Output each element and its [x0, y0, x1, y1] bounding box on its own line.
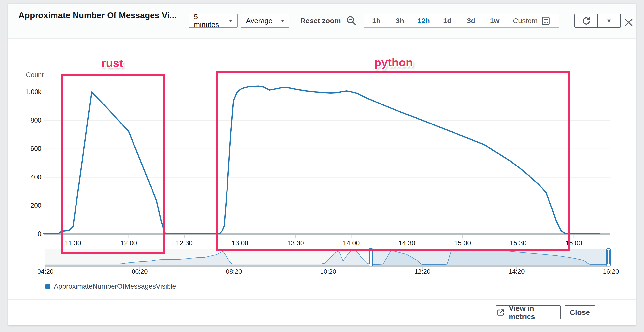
external-link-icon	[496, 308, 505, 317]
chevron-down-icon: ▼	[280, 18, 285, 24]
legend-color-swatch	[45, 284, 50, 289]
y-tick-label: 800	[5, 117, 42, 124]
calendar-icon	[542, 16, 550, 26]
legend-label: ApproximateNumberOfMessagesVisible	[54, 282, 176, 290]
chevron-down-icon: ▼	[606, 18, 612, 24]
chart-widget-top-border	[12, 46, 632, 46]
x-tick-label: 13:30	[278, 239, 313, 247]
navigator-tick-label: 14:20	[500, 268, 534, 275]
navigator-brush-right-handle[interactable]	[606, 248, 611, 266]
y-axis-title: Count	[26, 71, 44, 79]
x-tick-label: 14:00	[334, 239, 369, 247]
x-tick-label: 12:00	[112, 239, 146, 247]
view-in-metrics-button[interactable]: View in metrics	[496, 305, 560, 319]
refresh-options-button[interactable]: ▼	[597, 14, 620, 27]
time-range-button-3d[interactable]: 3d	[459, 14, 483, 28]
y-tick-label: 600	[5, 145, 42, 153]
x-tick-label: 13:00	[223, 239, 257, 247]
y-tick-label: 200	[5, 202, 42, 210]
y-tick-label: 1.00k	[5, 88, 42, 96]
brush-grip-icon	[607, 250, 610, 264]
refresh-split-button: ▼	[574, 14, 621, 28]
x-tick-label: 15:00	[445, 239, 480, 247]
period-select-value: 5 minutes	[194, 13, 224, 29]
refresh-icon	[581, 16, 591, 26]
time-range-custom-button[interactable]: Custom	[506, 14, 559, 28]
close-dialog-button[interactable]	[623, 17, 634, 28]
brush-grip-icon	[369, 250, 372, 264]
statistic-select-value: Average	[246, 17, 273, 25]
reset-zoom-button[interactable]: Reset zoom	[300, 14, 356, 28]
navigator-tick-label: 16:20	[594, 268, 628, 275]
navigator-tick-label: 08:20	[217, 268, 251, 275]
time-range-button-1w[interactable]: 1w	[483, 14, 506, 28]
navigator-tick-label: 06:20	[122, 268, 157, 275]
close-button[interactable]: Close	[564, 305, 595, 319]
dialog-footer: View in metrics Close	[8, 299, 636, 325]
navigator-tick-label: 12:20	[405, 268, 440, 275]
navigator-brush-selection[interactable]	[373, 249, 606, 265]
zoom-out-icon	[346, 16, 356, 26]
custom-range-label: Custom	[513, 17, 538, 25]
time-range-button-1d[interactable]: 1d	[436, 14, 459, 28]
x-tick-label: 15:30	[501, 239, 536, 247]
navigator-brush-left-handle[interactable]	[369, 248, 373, 266]
metric-dialog: Approximate Number Of Messages Vi... 5 m…	[8, 4, 636, 325]
time-range-button-3h[interactable]: 3h	[388, 14, 412, 28]
chevron-down-icon: ▼	[228, 18, 233, 24]
view-in-metrics-label: View in metrics	[509, 304, 560, 321]
legend-item[interactable]: ApproximateNumberOfMessagesVisible	[45, 282, 176, 290]
refresh-button[interactable]	[575, 14, 597, 27]
dialog-title: Approximate Number Of Messages Vi...	[18, 10, 177, 20]
page: { "dialog": { "title": "Approximate Numb…	[0, 0, 644, 332]
close-icon	[624, 18, 634, 28]
period-select[interactable]: 5 minutes ▼	[188, 14, 238, 28]
navigator-tick-label: 10:20	[311, 268, 346, 275]
time-range-button-1h[interactable]: 1h	[364, 14, 388, 28]
y-tick-label: 0	[5, 230, 42, 238]
time-range-group: 1h3h12h1d3d1w Custom	[364, 14, 559, 28]
time-range-button-12h[interactable]: 12h	[412, 14, 436, 28]
navigator-tick-label: 04:20	[28, 268, 63, 275]
x-tick-label: 16:00	[557, 239, 591, 247]
dialog-header: Approximate Number Of Messages Vi... 5 m…	[8, 4, 636, 39]
x-tick-label: 14:30	[390, 239, 424, 247]
y-tick-label: 400	[5, 174, 42, 181]
x-tick-label: 11:30	[56, 239, 90, 247]
reset-zoom-label: Reset zoom	[300, 17, 341, 25]
statistic-select[interactable]: Average ▼	[240, 14, 290, 28]
close-button-label: Close	[570, 308, 590, 317]
x-tick-label: 12:30	[167, 239, 202, 247]
